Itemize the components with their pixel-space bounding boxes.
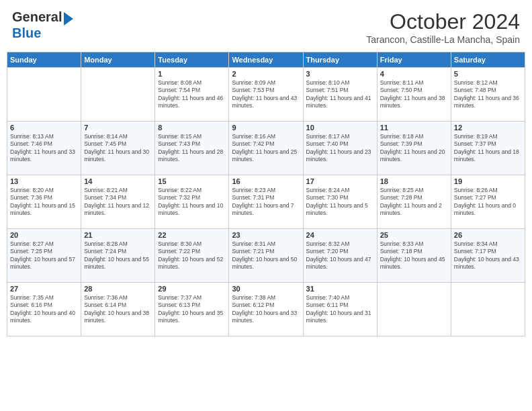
day-info: Sunrise: 8:09 AM Sunset: 7:53 PM Dayligh… <box>232 79 300 110</box>
day-info: Sunrise: 8:14 AM Sunset: 7:45 PM Dayligh… <box>84 133 152 164</box>
location-title: Tarancon, Castille-La Mancha, Spain <box>366 34 520 45</box>
day-number: 5 <box>454 70 522 78</box>
calendar-cell: 28Sunrise: 7:36 AM Sunset: 6:14 PM Dayli… <box>81 283 155 336</box>
day-info: Sunrise: 8:08 AM Sunset: 7:54 PM Dayligh… <box>158 79 226 110</box>
day-info: Sunrise: 8:23 AM Sunset: 7:31 PM Dayligh… <box>232 187 300 218</box>
day-info: Sunrise: 8:22 AM Sunset: 7:32 PM Dayligh… <box>158 187 226 218</box>
day-info: Sunrise: 8:13 AM Sunset: 7:46 PM Dayligh… <box>10 133 78 164</box>
day-info: Sunrise: 8:12 AM Sunset: 7:48 PM Dayligh… <box>454 79 522 110</box>
day-info: Sunrise: 8:25 AM Sunset: 7:28 PM Dayligh… <box>380 187 448 218</box>
day-info: Sunrise: 8:10 AM Sunset: 7:51 PM Dayligh… <box>306 79 374 110</box>
day-info: Sunrise: 8:11 AM Sunset: 7:50 PM Dayligh… <box>380 79 448 110</box>
weekday-header-saturday: Saturday <box>451 52 525 68</box>
calendar-cell: 2Sunrise: 8:09 AM Sunset: 7:53 PM Daylig… <box>229 68 303 122</box>
day-number: 16 <box>232 177 300 185</box>
logo-icon <box>64 12 73 26</box>
calendar-cell: 8Sunrise: 8:15 AM Sunset: 7:43 PM Daylig… <box>155 122 229 175</box>
day-number: 21 <box>84 231 152 239</box>
day-number: 30 <box>232 285 300 293</box>
day-info: Sunrise: 8:21 AM Sunset: 7:34 PM Dayligh… <box>84 187 152 218</box>
calendar-cell: 11Sunrise: 8:18 AM Sunset: 7:39 PM Dayli… <box>377 122 451 175</box>
day-number: 26 <box>454 231 522 239</box>
day-info: Sunrise: 8:18 AM Sunset: 7:39 PM Dayligh… <box>380 133 448 164</box>
calendar-cell: 20Sunrise: 8:27 AM Sunset: 7:25 PM Dayli… <box>7 229 81 283</box>
day-info: Sunrise: 8:33 AM Sunset: 7:18 PM Dayligh… <box>380 240 448 271</box>
day-number: 17 <box>306 177 374 185</box>
day-number: 14 <box>84 177 152 185</box>
logo-general: General <box>12 9 62 24</box>
weekday-header-wednesday: Wednesday <box>229 52 303 68</box>
day-number: 11 <box>380 124 448 132</box>
month-title: October 2024 <box>366 9 520 34</box>
day-info: Sunrise: 8:32 AM Sunset: 7:20 PM Dayligh… <box>306 240 374 271</box>
day-number: 15 <box>158 177 226 185</box>
title-area: October 2024 Tarancon, Castille-La Manch… <box>366 9 520 45</box>
day-number: 10 <box>306 124 374 132</box>
day-number: 29 <box>158 285 226 293</box>
calendar-cell: 26Sunrise: 8:34 AM Sunset: 7:17 PM Dayli… <box>451 229 525 283</box>
calendar-cell: 9Sunrise: 8:16 AM Sunset: 7:42 PM Daylig… <box>229 122 303 175</box>
calendar-cell: 30Sunrise: 7:38 AM Sunset: 6:12 PM Dayli… <box>229 283 303 336</box>
calendar-cell: 5Sunrise: 8:12 AM Sunset: 7:48 PM Daylig… <box>451 68 525 122</box>
calendar-cell: 12Sunrise: 8:19 AM Sunset: 7:37 PM Dayli… <box>451 122 525 175</box>
day-number: 4 <box>380 70 448 78</box>
weekday-header-monday: Monday <box>81 52 155 68</box>
day-number: 19 <box>454 177 522 185</box>
calendar-cell: 18Sunrise: 8:25 AM Sunset: 7:28 PM Dayli… <box>377 175 451 229</box>
day-info: Sunrise: 8:20 AM Sunset: 7:36 PM Dayligh… <box>10 187 78 218</box>
calendar-cell: 27Sunrise: 7:35 AM Sunset: 6:16 PM Dayli… <box>7 283 81 336</box>
day-info: Sunrise: 8:28 AM Sunset: 7:24 PM Dayligh… <box>84 240 152 271</box>
calendar-cell <box>81 68 155 122</box>
calendar-cell: 15Sunrise: 8:22 AM Sunset: 7:32 PM Dayli… <box>155 175 229 229</box>
day-number: 6 <box>10 124 78 132</box>
weekday-header-sunday: Sunday <box>7 52 81 68</box>
day-number: 2 <box>232 70 300 78</box>
logo: General Blue <box>12 9 73 41</box>
logo-blue: Blue <box>12 26 41 40</box>
day-info: Sunrise: 8:31 AM Sunset: 7:21 PM Dayligh… <box>232 240 300 271</box>
calendar-cell: 24Sunrise: 8:32 AM Sunset: 7:20 PM Dayli… <box>303 229 377 283</box>
calendar-cell: 19Sunrise: 8:26 AM Sunset: 7:27 PM Dayli… <box>451 175 525 229</box>
calendar-cell: 3Sunrise: 8:10 AM Sunset: 7:51 PM Daylig… <box>303 68 377 122</box>
day-info: Sunrise: 8:26 AM Sunset: 7:27 PM Dayligh… <box>454 187 522 218</box>
calendar-cell: 29Sunrise: 7:37 AM Sunset: 6:13 PM Dayli… <box>155 283 229 336</box>
calendar-cell <box>451 283 525 336</box>
calendar-cell: 7Sunrise: 8:14 AM Sunset: 7:45 PM Daylig… <box>81 122 155 175</box>
day-number: 12 <box>454 124 522 132</box>
day-info: Sunrise: 8:34 AM Sunset: 7:17 PM Dayligh… <box>454 240 522 271</box>
day-info: Sunrise: 8:16 AM Sunset: 7:42 PM Dayligh… <box>232 133 300 164</box>
calendar-cell: 22Sunrise: 8:30 AM Sunset: 7:22 PM Dayli… <box>155 229 229 283</box>
calendar-cell <box>7 68 81 122</box>
weekday-header-tuesday: Tuesday <box>155 52 229 68</box>
calendar-cell: 10Sunrise: 8:17 AM Sunset: 7:40 PM Dayli… <box>303 122 377 175</box>
day-number: 9 <box>232 124 300 132</box>
day-number: 31 <box>306 285 374 293</box>
calendar-cell: 21Sunrise: 8:28 AM Sunset: 7:24 PM Dayli… <box>81 229 155 283</box>
calendar-cell: 25Sunrise: 8:33 AM Sunset: 7:18 PM Dayli… <box>377 229 451 283</box>
calendar-cell: 13Sunrise: 8:20 AM Sunset: 7:36 PM Dayli… <box>7 175 81 229</box>
day-number: 28 <box>84 285 152 293</box>
day-info: Sunrise: 8:24 AM Sunset: 7:30 PM Dayligh… <box>306 187 374 218</box>
day-number: 27 <box>10 285 78 293</box>
weekday-header-friday: Friday <box>377 52 451 68</box>
calendar-table: SundayMondayTuesdayWednesdayThursdayFrid… <box>7 52 525 336</box>
day-number: 8 <box>158 124 226 132</box>
day-info: Sunrise: 7:40 AM Sunset: 6:11 PM Dayligh… <box>306 294 374 325</box>
day-number: 23 <box>232 231 300 239</box>
calendar-cell: 14Sunrise: 8:21 AM Sunset: 7:34 PM Dayli… <box>81 175 155 229</box>
calendar-cell: 23Sunrise: 8:31 AM Sunset: 7:21 PM Dayli… <box>229 229 303 283</box>
day-info: Sunrise: 7:36 AM Sunset: 6:14 PM Dayligh… <box>84 294 152 325</box>
day-number: 24 <box>306 231 374 239</box>
day-info: Sunrise: 8:27 AM Sunset: 7:25 PM Dayligh… <box>10 240 78 271</box>
day-number: 18 <box>380 177 448 185</box>
day-info: Sunrise: 8:17 AM Sunset: 7:40 PM Dayligh… <box>306 133 374 164</box>
day-info: Sunrise: 8:19 AM Sunset: 7:37 PM Dayligh… <box>454 133 522 164</box>
calendar-cell <box>377 283 451 336</box>
day-info: Sunrise: 7:37 AM Sunset: 6:13 PM Dayligh… <box>158 294 226 325</box>
day-number: 7 <box>84 124 152 132</box>
calendar-cell: 4Sunrise: 8:11 AM Sunset: 7:50 PM Daylig… <box>377 68 451 122</box>
page-header: General Blue October 2024 Tarancon, Cast… <box>7 7 525 48</box>
day-info: Sunrise: 7:35 AM Sunset: 6:16 PM Dayligh… <box>10 294 78 325</box>
day-info: Sunrise: 8:15 AM Sunset: 7:43 PM Dayligh… <box>158 133 226 164</box>
day-number: 13 <box>10 177 78 185</box>
